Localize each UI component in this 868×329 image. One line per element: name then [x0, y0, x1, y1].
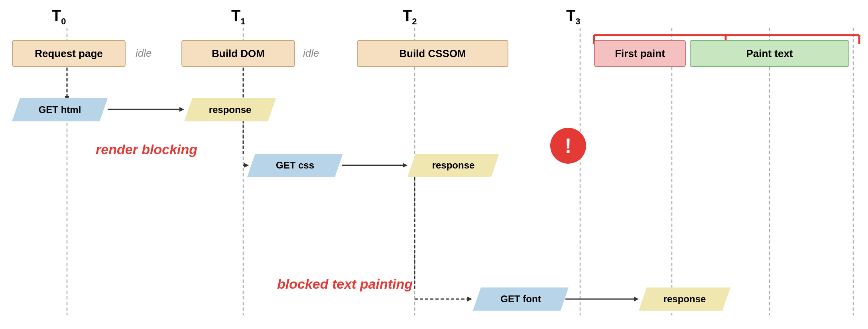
response-css-box: response: [407, 154, 499, 177]
time-label-t1: T1: [231, 7, 245, 27]
get-font-box: GET font: [473, 287, 569, 311]
get-css-box: GET css: [247, 154, 343, 177]
time-label-t2: T2: [403, 7, 417, 27]
blocked-text-painting-label: blocked text painting: [277, 276, 413, 292]
svg-marker-10: [179, 107, 184, 112]
svg-marker-20: [634, 297, 639, 301]
idle-label-1: idle: [136, 47, 152, 59]
idle-label-2: idle: [303, 47, 319, 59]
first-paint-bar: First paint: [594, 40, 686, 67]
time-label-t3: T3: [566, 7, 580, 27]
svg-marker-18: [467, 297, 472, 301]
error-circle: !: [550, 128, 586, 164]
time-label-t0: T0: [52, 7, 66, 27]
build-dom-bar: Build DOM: [181, 40, 295, 67]
render-blocking-label: render blocking: [96, 142, 197, 157]
svg-marker-15: [403, 163, 407, 168]
response-font-box: response: [639, 287, 730, 311]
request-page-bar: Request page: [12, 40, 126, 67]
response-html-box: response: [184, 98, 276, 121]
build-cssom-bar: Build CSSOM: [357, 40, 508, 67]
get-html-box: GET html: [12, 98, 108, 121]
paint-text-bar: Paint text: [690, 40, 849, 67]
svg-marker-13: [244, 163, 249, 168]
diagram: T0 T1 T2 T3 Request page Build DOM Build…: [0, 0, 868, 329]
